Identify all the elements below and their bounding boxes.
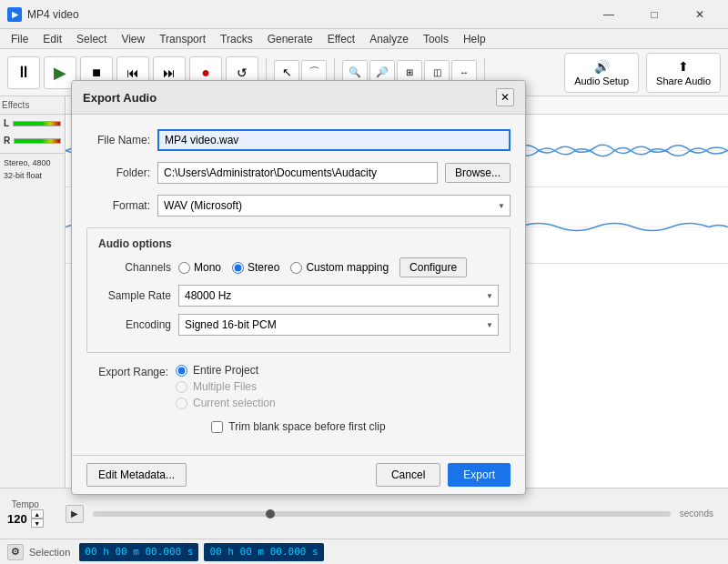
custom-mapping-radio[interactable]	[290, 262, 302, 274]
dialog-body: File Name: Folder: Browse... Format: WAV…	[72, 115, 525, 455]
export-range-inner: Export Range: Entire Project Multiple Fi…	[86, 364, 511, 409]
multiple-files-radio[interactable]	[176, 381, 187, 393]
trim-checkbox[interactable]	[211, 421, 223, 433]
export-range-section: Export Range: Entire Project Multiple Fi…	[86, 364, 511, 409]
modal-overlay: Export Audio ✕ File Name: Folder: Browse…	[0, 0, 728, 564]
file-name-label: File Name:	[86, 134, 150, 146]
folder-input[interactable]	[157, 162, 438, 184]
stereo-label: Stereo	[248, 261, 279, 274]
multiple-files-option[interactable]: Multiple Files	[176, 380, 276, 393]
format-row: Format: WAV (Microsoft) AIFF (Apple) MP3…	[86, 195, 511, 217]
entire-project-radio[interactable]	[176, 365, 187, 377]
sample-rate-label: Sample Rate	[98, 289, 171, 302]
current-selection-radio[interactable]	[176, 398, 187, 409]
sample-rate-select[interactable]: 22050 Hz 44100 Hz 48000 Hz 96000 Hz	[178, 285, 499, 307]
sample-rate-select-wrapper[interactable]: 22050 Hz 44100 Hz 48000 Hz 96000 Hz	[178, 285, 499, 307]
channels-label: Channels	[98, 261, 171, 274]
encoding-select[interactable]: Signed 16-bit PCM 32-bit float U-Law A-L…	[178, 314, 499, 336]
format-label: Format:	[86, 199, 150, 212]
encoding-select-wrapper[interactable]: Signed 16-bit PCM 32-bit float U-Law A-L…	[178, 314, 499, 336]
export-audio-dialog: Export Audio ✕ File Name: Folder: Browse…	[71, 80, 526, 495]
mono-label: Mono	[194, 261, 221, 274]
export-button[interactable]: Export	[448, 463, 511, 487]
encoding-row: Encoding Signed 16-bit PCM 32-bit float …	[98, 314, 499, 336]
dialog-title: Export Audio	[83, 91, 157, 105]
format-select[interactable]: WAV (Microsoft) AIFF (Apple) MP3 OGG Vor…	[157, 195, 511, 217]
mono-radio[interactable]	[178, 262, 190, 274]
edit-metadata-button[interactable]: Edit Metadata...	[86, 463, 187, 487]
entire-project-label: Entire Project	[193, 364, 258, 377]
audio-options-section: Audio options Channels Mono Stereo	[86, 227, 511, 353]
browse-button[interactable]: Browse...	[445, 163, 511, 183]
dialog-header: Export Audio ✕	[72, 81, 525, 115]
stereo-radio[interactable]	[232, 262, 244, 274]
configure-button[interactable]: Configure	[399, 257, 467, 277]
dialog-footer: Edit Metadata... Cancel Export	[72, 455, 525, 494]
trim-checkbox-label: Trim blank space before first clip	[228, 420, 385, 433]
export-range-label: Export Range:	[86, 364, 168, 378]
audio-options-title: Audio options	[98, 237, 499, 250]
current-selection-label: Current selection	[193, 397, 276, 409]
stereo-radio-item[interactable]: Stereo	[232, 261, 279, 274]
folder-row: Folder: Browse...	[86, 162, 511, 184]
channels-row: Channels Mono Stereo Custom mapping	[98, 257, 499, 277]
sample-rate-row: Sample Rate 22050 Hz 44100 Hz 48000 Hz 9…	[98, 285, 499, 307]
custom-label: Custom mapping	[306, 261, 389, 274]
cancel-button[interactable]: Cancel	[376, 463, 440, 487]
dialog-close-button[interactable]: ✕	[496, 88, 514, 106]
format-select-wrapper[interactable]: WAV (Microsoft) AIFF (Apple) MP3 OGG Vor…	[157, 195, 511, 217]
channels-radio-group: Mono Stereo Custom mapping Configure	[178, 257, 499, 277]
mono-radio-item[interactable]: Mono	[178, 261, 221, 274]
file-name-row: File Name:	[86, 129, 511, 151]
trim-checkbox-row: Trim blank space before first clip	[86, 420, 511, 433]
entire-project-option[interactable]: Entire Project	[176, 364, 276, 377]
encoding-label: Encoding	[98, 318, 171, 331]
multiple-files-label: Multiple Files	[193, 380, 257, 393]
current-selection-option[interactable]: Current selection	[176, 397, 276, 409]
custom-radio-item[interactable]: Custom mapping	[290, 261, 389, 274]
range-options: Entire Project Multiple Files Current se…	[176, 364, 276, 409]
file-name-input[interactable]	[157, 129, 511, 151]
folder-label: Folder:	[86, 166, 150, 179]
